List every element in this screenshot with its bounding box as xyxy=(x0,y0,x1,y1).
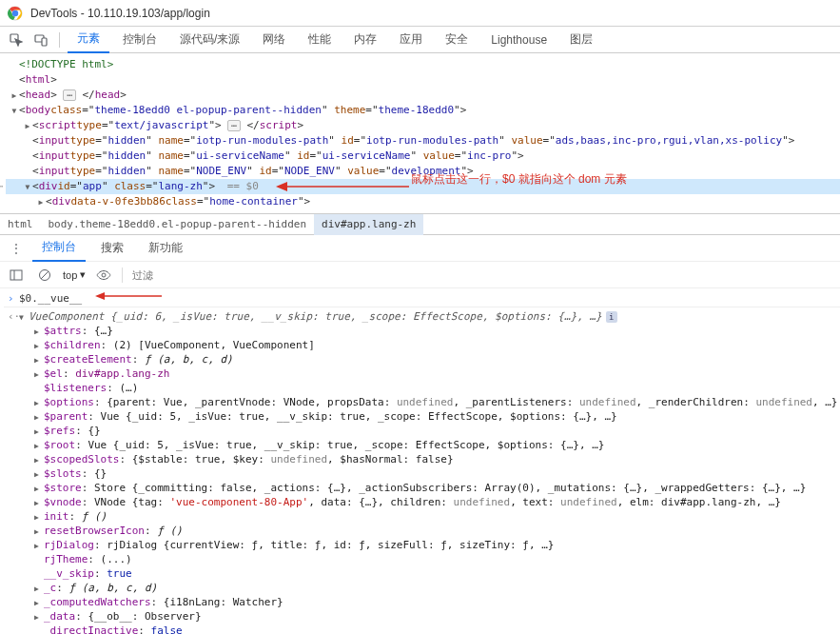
tab-performance[interactable]: 性能 xyxy=(299,27,341,53)
tab-console[interactable]: 控制台 xyxy=(113,27,166,53)
drawer-tab-search[interactable]: 搜索 xyxy=(91,235,133,262)
chevron-down-icon: ▾ xyxy=(80,268,86,281)
dom-head[interactable]: <head> ⋯ </head> xyxy=(6,88,840,103)
output-caret-icon: ‹· xyxy=(8,309,19,324)
dom-inner-div[interactable]: <div data-v-0fe3bb86 class="home-contain… xyxy=(6,194,840,209)
prompt-icon: › xyxy=(8,291,19,306)
svg-rect-8 xyxy=(10,270,22,280)
prop-createElement[interactable]: $createElement: ƒ (a, b, c, d) xyxy=(34,352,840,367)
devtools-toolbar: 元素 控制台 源代码/来源 网络 性能 内存 应用 安全 Lighthouse … xyxy=(0,27,840,53)
console-filter-input[interactable] xyxy=(130,268,244,282)
inspect-icon[interactable] xyxy=(6,30,27,50)
sidebar-toggle-icon[interactable] xyxy=(6,265,27,286)
prop-root[interactable]: $root: Vue {_uid: 5, _isVue: true, __v_s… xyxy=(34,438,840,452)
info-icon[interactable]: i xyxy=(606,311,617,323)
tab-security[interactable]: 安全 xyxy=(436,27,478,53)
tab-sources[interactable]: 源代码/来源 xyxy=(170,27,249,53)
prop-computedWatchers[interactable]: _computedWatchers: {i18nLang: Watcher} xyxy=(34,595,840,609)
tab-memory[interactable]: 内存 xyxy=(344,27,386,53)
vue-root-line[interactable]: VueComponent {_uid: 6, _isVue: true, __v… xyxy=(19,309,840,324)
prop-init[interactable]: init: ƒ () xyxy=(34,509,840,524)
svg-marker-14 xyxy=(95,292,105,300)
console-body[interactable]: › $0.__vue__ ‹· VueComponent {_uid: 6, _… xyxy=(0,288,840,634)
chrome-icon xyxy=(8,6,23,21)
drawer-tab-whatsnew[interactable]: 新功能 xyxy=(139,235,192,262)
dom-body[interactable]: <body class="theme-18edd0 el-popup-paren… xyxy=(6,103,840,118)
live-expression-icon[interactable] xyxy=(93,265,114,286)
prop-attrs[interactable]: $attrs: {…} xyxy=(34,324,840,338)
svg-marker-7 xyxy=(276,182,287,191)
crumb-app[interactable]: div#app.lang-zh xyxy=(314,214,423,235)
prop-directInactive[interactable]: _directInactive: false xyxy=(34,624,840,634)
tab-network[interactable]: 网络 xyxy=(253,27,295,53)
dom-html[interactable]: <html> xyxy=(6,72,840,88)
prop-slots[interactable]: $slots: {} xyxy=(34,466,840,481)
annotation-text-1: 鼠标点击这一行，$0 就指向这个 dom 元素 xyxy=(411,171,627,188)
prop-c[interactable]: _c: ƒ (a, b, c, d) xyxy=(34,581,840,595)
prop-resetBrowserIcon[interactable]: resetBrowserIcon: ƒ () xyxy=(34,524,840,538)
tab-application[interactable]: 应用 xyxy=(390,27,432,53)
elements-panel[interactable]: <!DOCTYPE html> <html> <head> ⋯ </head> … xyxy=(0,53,840,214)
prop-children[interactable]: $children: (2) [VueComponent, VueCompone… xyxy=(34,338,840,352)
prop-data[interactable]: _data: {__ob__: Observer} xyxy=(34,609,840,624)
annotation-arrow-2 xyxy=(95,288,162,304)
svg-rect-5 xyxy=(42,38,47,46)
tab-layers[interactable]: 图层 xyxy=(560,27,602,53)
device-toggle-icon[interactable] xyxy=(30,30,51,50)
context-label: top xyxy=(63,269,77,281)
console-input-line: › $0.__vue__ xyxy=(4,290,840,307)
prop-options[interactable]: $options: {parent: Vue, _parentVnode: VN… xyxy=(34,395,840,409)
tab-lighthouse[interactable]: Lighthouse xyxy=(481,27,557,53)
crumb-html[interactable]: html xyxy=(0,214,41,235)
prop-rjTheme[interactable]: rjTheme: (...) xyxy=(34,552,840,566)
prop-v-skip[interactable]: __v_skip: true xyxy=(34,566,840,581)
drawer-tab-console[interactable]: 控制台 xyxy=(32,235,86,262)
dom-input-0[interactable]: <input type="hidden" name="iotp-run-modu… xyxy=(6,133,840,149)
prop-refs[interactable]: $refs: {} xyxy=(34,424,840,438)
tab-elements[interactable]: 元素 xyxy=(68,27,109,53)
svg-line-11 xyxy=(41,271,49,279)
dom-input-1[interactable]: <input type="hidden" name="ui-serviceNam… xyxy=(6,149,840,164)
elements-breadcrumb: html body.theme-18edd0.el-popup-parent--… xyxy=(0,214,840,235)
window-titlebar: DevTools - 10.110.19.103/app/login xyxy=(0,0,840,27)
crumb-body[interactable]: body.theme-18edd0.el-popup-parent--hidde… xyxy=(41,214,315,235)
prop-rjDialog[interactable]: rjDialog: rjDialog {currentView: ƒ, titl… xyxy=(34,538,840,552)
dom-script[interactable]: <script type="text/javascript"> ⋯ </scri… xyxy=(6,118,840,133)
prop-vnode[interactable]: $vnode: VNode {tag: 'vue-component-80-Ap… xyxy=(34,495,840,509)
console-filterbar: top ▾ xyxy=(0,262,840,288)
dom-doctype: <!DOCTYPE html> xyxy=(19,57,113,72)
drawer-menu-icon[interactable]: ⋮ xyxy=(6,238,27,259)
prop-scopedSlots[interactable]: $scopedSlots: {$stable: true, $key: unde… xyxy=(34,452,840,466)
context-selector[interactable]: top ▾ xyxy=(63,268,86,281)
separator xyxy=(59,32,60,48)
annotation-arrow-1 xyxy=(276,177,409,196)
drawer-toolbar: ⋮ 控制台 搜索 新功能 xyxy=(0,235,840,262)
prop-parent[interactable]: $parent: Vue {_uid: 5, _isVue: true, __v… xyxy=(34,409,840,424)
prop-el[interactable]: $el: div#app.lang-zh xyxy=(34,367,840,381)
prop-store[interactable]: $store: Store {_committing: false, _acti… xyxy=(34,481,840,495)
console-input-code: $0.__vue__ xyxy=(19,291,82,306)
window-title: DevTools - 10.110.19.103/app/login xyxy=(30,7,210,20)
clear-console-icon[interactable] xyxy=(34,265,55,286)
svg-point-12 xyxy=(102,273,106,277)
prop-listeners[interactable]: $listeners: (…) xyxy=(34,381,840,395)
